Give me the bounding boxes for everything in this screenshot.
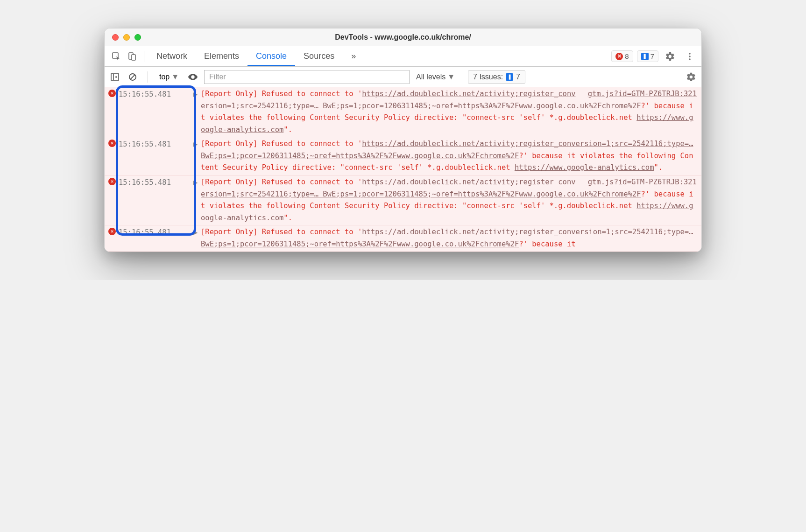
errors-count: 8 — [625, 52, 629, 60]
expand-arrow-icon[interactable]: ▶ — [193, 226, 201, 250]
issues-label: 7 Issues: — [473, 73, 503, 81]
message-source-link[interactable]: gtm.js?id=GTM-PZ6TRJB:321 — [588, 88, 697, 100]
devtools-window: DevTools - www.google.co.uk/chrome/ Netw… — [104, 28, 702, 252]
main-toolbar: Network Elements Console Sources » ✕ 8 ❚… — [105, 46, 701, 67]
errors-badge[interactable]: ✕ 8 — [611, 50, 633, 62]
message-timestamp: 15:16:55.481 — [119, 176, 193, 224]
minimize-window-button[interactable] — [123, 34, 130, 41]
message-timestamp: 15:16:55.481 — [119, 226, 193, 250]
console-output: ✕15:16:55.481▶gtm.js?id=GTM-PZ6TRJB:321[… — [105, 87, 701, 252]
message-text: ". — [283, 214, 292, 222]
error-icon: ✕ — [615, 53, 623, 60]
close-window-button[interactable] — [112, 34, 119, 41]
tab-elements[interactable]: Elements — [196, 47, 247, 66]
tab-console[interactable]: Console — [247, 47, 295, 66]
svg-rect-2 — [132, 55, 135, 60]
console-message-row[interactable]: ✕15:16:55.481▶[Report Only] Refused to c… — [105, 137, 701, 175]
console-message-row[interactable]: ✕15:16:55.481▶gtm.js?id=GTM-PZ6TRJB:321[… — [105, 175, 701, 225]
message-timestamp: 15:16:55.481 — [119, 88, 193, 136]
message-body: [Report Only] Refused to connect to 'htt… — [201, 138, 697, 174]
error-icon: ✕ — [108, 226, 119, 250]
tab-sources[interactable]: Sources — [295, 47, 343, 66]
message-body: [Report Only] Refused to connect to 'htt… — [201, 226, 697, 250]
settings-gear-icon[interactable] — [662, 49, 678, 64]
tab-network[interactable]: Network — [148, 47, 196, 66]
issues-button[interactable]: 7 Issues: ❚ 7 — [468, 70, 525, 84]
issue-icon: ❚ — [641, 53, 649, 60]
expand-arrow-icon[interactable]: ▶ — [193, 176, 201, 224]
clear-console-icon[interactable] — [126, 70, 139, 84]
message-body: gtm.js?id=GTM-PZ6TRJB:321[Report Only] R… — [201, 176, 697, 224]
svg-point-4 — [689, 56, 691, 57]
console-message-row[interactable]: ✕15:16:55.481▶gtm.js?id=GTM-PZ6TRJB:321[… — [105, 87, 701, 137]
message-text: [Report Only] Refused to connect to ' — [201, 178, 362, 186]
message-text: [Report Only] Refused to connect to ' — [201, 228, 362, 236]
console-settings-gear-icon[interactable] — [685, 70, 698, 84]
dropdown-icon: ▼ — [171, 73, 179, 81]
issues-count: 7 — [650, 52, 654, 60]
expand-arrow-icon[interactable]: ▶ — [193, 138, 201, 174]
svg-point-5 — [689, 58, 691, 60]
show-console-sidebar-icon[interactable] — [108, 70, 121, 84]
svg-point-3 — [689, 53, 691, 55]
console-toolbar: top ▼ All levels ▼ 7 Issues: ❚ 7 — [105, 67, 701, 87]
issue-icon: ❚ — [506, 73, 513, 81]
inspect-icon[interactable] — [108, 49, 124, 64]
context-selector[interactable]: top ▼ — [156, 71, 182, 83]
message-text: ". — [283, 126, 292, 134]
levels-label: All levels — [416, 73, 445, 81]
error-icon: ✕ — [108, 176, 119, 224]
message-url-link[interactable]: https://www.google-analytics.com — [515, 163, 654, 172]
message-body: gtm.js?id=GTM-PZ6TRJB:321[Report Only] R… — [201, 88, 697, 136]
window-title: DevTools - www.google.co.uk/chrome/ — [105, 33, 701, 42]
toolbar-right: ✕ 8 ❚ 7 — [611, 49, 698, 64]
dropdown-icon: ▼ — [447, 73, 455, 81]
svg-line-9 — [130, 75, 135, 79]
error-icon: ✕ — [108, 88, 119, 136]
log-levels-selector[interactable]: All levels ▼ — [416, 73, 455, 81]
message-text: [Report Only] Refused to connect to ' — [201, 140, 362, 148]
tab-more[interactable]: » — [343, 47, 364, 66]
error-icon: ✕ — [108, 138, 119, 174]
filter-input[interactable] — [204, 70, 410, 84]
maximize-window-button[interactable] — [134, 34, 141, 41]
live-expression-eye-icon[interactable] — [186, 70, 199, 84]
issues-badge-count: 7 — [516, 73, 520, 81]
message-source-link[interactable]: gtm.js?id=GTM-PZ6TRJB:321 — [588, 176, 697, 189]
message-timestamp: 15:16:55.481 — [119, 138, 193, 174]
separator — [148, 71, 148, 83]
issues-badge[interactable]: ❚ 7 — [637, 50, 658, 62]
separator — [144, 51, 144, 62]
message-text: ?' because it — [519, 240, 575, 248]
expand-arrow-icon[interactable]: ▶ — [193, 88, 201, 136]
message-text: ". — [654, 163, 663, 172]
device-toggle-icon[interactable] — [124, 49, 140, 64]
kebab-menu-icon[interactable] — [682, 49, 698, 64]
panel-tabs: Network Elements Console Sources » — [148, 47, 611, 66]
traffic-lights — [105, 34, 141, 41]
titlebar: DevTools - www.google.co.uk/chrome/ — [105, 28, 701, 46]
console-message-row[interactable]: ✕15:16:55.481▶[Report Only] Refused to c… — [105, 225, 701, 252]
message-text: [Report Only] Refused to connect to ' — [201, 90, 362, 98]
context-label: top — [159, 73, 170, 81]
